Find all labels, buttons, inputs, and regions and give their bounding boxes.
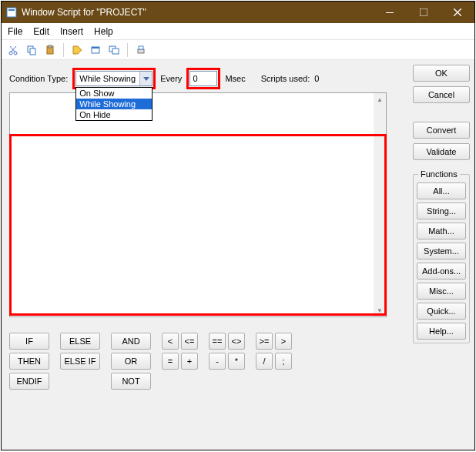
- option-on-show[interactable]: On Show: [76, 88, 152, 99]
- condition-type-label: Condition Type:: [9, 74, 68, 83]
- functions-label: Functions: [418, 169, 460, 179]
- elseif-button[interactable]: ELSE IF: [60, 353, 100, 370]
- paste-icon[interactable]: [43, 43, 57, 57]
- msec-label: Msec: [225, 74, 245, 83]
- scripts-used-label: Scripts used:: [261, 74, 310, 83]
- window-title: Window Script for "PROJECT": [22, 7, 373, 18]
- svg-rect-0: [7, 8, 16, 17]
- windows-icon[interactable]: [107, 43, 121, 57]
- cut-icon[interactable]: [6, 43, 20, 57]
- convert-button[interactable]: Convert: [413, 122, 470, 139]
- endif-button[interactable]: ENDIF: [9, 373, 49, 390]
- ne-button[interactable]: <>: [228, 333, 245, 350]
- tag-icon[interactable]: [70, 43, 84, 57]
- plus-button[interactable]: +: [181, 353, 198, 370]
- string-button[interactable]: String...: [417, 203, 466, 219]
- menu-file[interactable]: File: [8, 26, 22, 37]
- svg-marker-14: [73, 46, 82, 54]
- close-button[interactable]: [441, 2, 474, 23]
- maximize-button[interactable]: [407, 2, 441, 23]
- le-button[interactable]: <=: [181, 333, 198, 350]
- svg-rect-3: [420, 8, 427, 16]
- scrollbar[interactable]: ▲ ▼: [374, 93, 386, 316]
- option-on-hide[interactable]: On Hide: [76, 109, 152, 120]
- menu-edit[interactable]: Edit: [33, 26, 49, 37]
- system-button[interactable]: System...: [417, 243, 466, 259]
- help-button[interactable]: Help...: [417, 323, 466, 340]
- minus-button[interactable]: -: [209, 353, 226, 370]
- scroll-down-icon[interactable]: ▼: [374, 304, 386, 316]
- svg-rect-1: [8, 9, 15, 11]
- new-window-icon[interactable]: [89, 43, 102, 57]
- svg-rect-16: [92, 47, 99, 49]
- condition-type-dropdown: On Show While Showing On Hide: [75, 87, 153, 121]
- menubar: File Edit Insert Help: [2, 23, 474, 40]
- addons-button[interactable]: Add-ons...: [417, 263, 466, 280]
- condition-type-select[interactable]: While Showing On Show While Showing On H…: [75, 71, 153, 86]
- star-button[interactable]: *: [228, 353, 245, 370]
- svg-rect-2: [386, 12, 394, 13]
- copy-icon[interactable]: [25, 43, 39, 57]
- gt-button[interactable]: >: [275, 333, 292, 350]
- slash-button[interactable]: /: [256, 353, 273, 370]
- else-button[interactable]: ELSE: [60, 333, 100, 350]
- validate-button[interactable]: Validate: [413, 143, 470, 160]
- script-editor[interactable]: ▲ ▼: [9, 92, 387, 317]
- cancel-button[interactable]: Cancel: [413, 86, 470, 103]
- if-button[interactable]: IF: [9, 333, 49, 350]
- option-while-showing[interactable]: While Showing: [76, 99, 152, 109]
- all-button[interactable]: All...: [417, 182, 466, 199]
- titlebar: Window Script for "PROJECT": [2, 2, 474, 23]
- print-icon[interactable]: [134, 43, 148, 57]
- ok-button[interactable]: OK: [413, 65, 470, 82]
- then-button[interactable]: THEN: [9, 353, 49, 370]
- eqeq-button[interactable]: ==: [209, 333, 226, 350]
- every-input[interactable]: 0: [189, 71, 217, 86]
- condition-type-value: While Showing: [79, 74, 136, 83]
- lt-button[interactable]: <: [162, 333, 179, 350]
- quick-button[interactable]: Quick...: [417, 303, 466, 320]
- math-button[interactable]: Math...: [417, 223, 466, 239]
- not-button[interactable]: NOT: [111, 373, 151, 390]
- eq-button[interactable]: =: [162, 353, 179, 370]
- content-area: Condition Type: While Showing On Show Wh…: [2, 62, 474, 450]
- every-label: Every: [160, 74, 182, 83]
- app-icon: [6, 7, 17, 18]
- svg-marker-21: [143, 77, 149, 81]
- functions-group: Functions All... String... Math... Syste…: [413, 174, 470, 343]
- svg-rect-20: [139, 46, 143, 49]
- svg-rect-18: [112, 49, 119, 54]
- and-button[interactable]: AND: [111, 333, 151, 350]
- semi-button[interactable]: ;: [275, 353, 292, 370]
- misc-button[interactable]: Misc...: [417, 283, 466, 300]
- scripts-used-value: 0: [314, 74, 319, 83]
- menu-help[interactable]: Help: [94, 26, 113, 37]
- svg-rect-11: [30, 49, 35, 55]
- ge-button[interactable]: >=: [256, 333, 273, 350]
- scroll-up-icon[interactable]: ▲: [374, 93, 386, 105]
- svg-rect-13: [49, 45, 52, 48]
- chevron-down-icon[interactable]: [139, 72, 152, 85]
- svg-rect-19: [138, 49, 144, 53]
- keyword-button-panel: IF ELSE AND < <= == <> >= > THEN ELSE IF: [9, 333, 387, 393]
- toolbar: [2, 40, 474, 60]
- menu-insert[interactable]: Insert: [60, 26, 83, 37]
- minimize-button[interactable]: [373, 2, 407, 23]
- or-button[interactable]: OR: [111, 353, 151, 370]
